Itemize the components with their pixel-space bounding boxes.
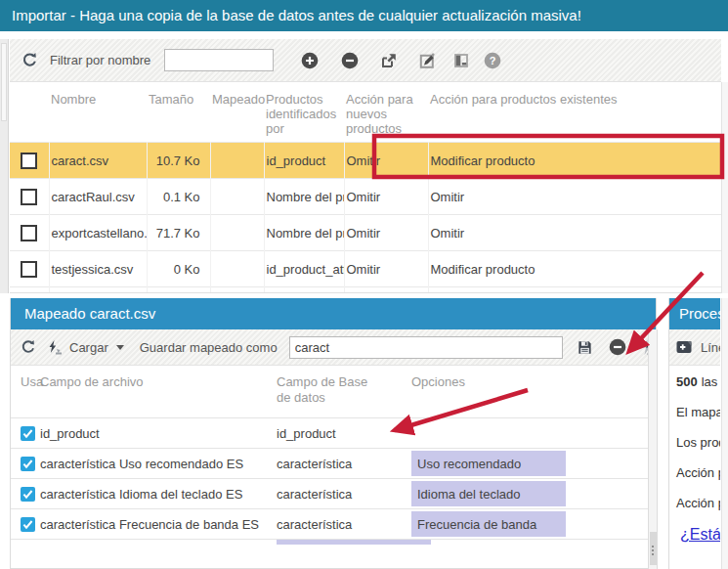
minus-circle-icon [341, 52, 359, 69]
option-input[interactable]: Frecuencia de banda [411, 511, 566, 537]
left-scrollbar-thumb[interactable] [1, 43, 7, 121]
refresh-button[interactable] [21, 52, 38, 68]
plus-circle-icon [301, 52, 319, 69]
process-message-line: Los produ [676, 435, 720, 453]
merge-button[interactable] [453, 53, 469, 68]
mapping-table-body: id_product id_product característica Uso… [11, 417, 656, 539]
add-line-button[interactable] [676, 340, 692, 354]
option-input-partial [277, 540, 431, 545]
existing-products-action-cell: Modificar producto [428, 251, 721, 287]
mapping-checkbox-checked[interactable] [21, 517, 35, 532]
load-label[interactable]: Cargar [69, 340, 108, 355]
file-name-cell: caract.csv [49, 143, 147, 179]
file-table-body: caract.csv 10.7 Ko id_product Omitir Mod… [10, 143, 721, 294]
new-products-action-cell: Omitir [344, 215, 428, 251]
mapping-refresh-button[interactable] [21, 339, 36, 355]
confirm-row: ¿Está [669, 526, 720, 544]
file-size-cell: 71.7 Ko [147, 215, 210, 251]
options-cell: Frecuencia de banda [411, 511, 656, 537]
file-name-cell: testjessica.csv [49, 251, 147, 287]
process-panel-scrollbar[interactable] [721, 298, 728, 569]
file-table-row[interactable]: caractRaul.csv 0.1 Ko Nombre del produ O… [10, 179, 721, 215]
file-size-cell: 0 Ko [147, 251, 210, 287]
export-button[interactable] [380, 52, 398, 69]
row-checkbox[interactable] [21, 153, 37, 169]
row-checkbox[interactable] [21, 189, 37, 205]
check-icon [21, 426, 35, 441]
identified-by-cell: Nombre del produ [264, 179, 344, 215]
file-table-row[interactable]: testjesma.csv 0.0 Ko Nombre del produ Cr… [10, 287, 721, 294]
file-field-cell: id_product [40, 426, 277, 441]
existing-products-action-cell: Modificar producto [428, 143, 721, 179]
save-mapping-as-label: Guardar mapeado como [140, 340, 278, 355]
select-cell [10, 287, 49, 294]
options-cell [411, 420, 656, 446]
delete-mapping-button[interactable] [609, 338, 626, 356]
column-header-mapeado: Mapeado [210, 82, 264, 143]
scrollbar-grip-dots [652, 546, 654, 557]
file-table-row[interactable]: testjessica.csv 0 Ko id_product_attribu … [10, 251, 721, 287]
load-mapping-button[interactable] [47, 340, 63, 355]
usa-cell [11, 456, 40, 471]
minus-circle-icon [609, 338, 626, 356]
check-icon [21, 517, 35, 532]
file-field-cell: característica Idioma del teclado ES [40, 487, 277, 502]
add-button[interactable] [301, 52, 319, 69]
process-messages: 500las lín El mapa " Los produ Acción pa… [669, 366, 720, 513]
chevron-down-icon[interactable] [116, 345, 124, 350]
new-products-action-cell: Crear nuevo produ [344, 287, 428, 294]
mapping-row[interactable]: característica Frecuencia de banda ES ca… [11, 508, 656, 539]
column-header-accion-nuevos: Acción para nuevos productos [344, 82, 428, 143]
split-window-icon [453, 53, 469, 68]
process-message-line: Acción pa [676, 465, 720, 483]
floppy-save-icon [577, 339, 593, 356]
usa-cell [11, 486, 40, 502]
save-mapping-button[interactable] [577, 339, 593, 356]
remove-button[interactable] [341, 52, 359, 69]
process-message-line: El mapa " [676, 405, 720, 422]
mapping-scrollbar[interactable] [648, 329, 658, 569]
check-icon [21, 457, 35, 471]
select-cell [10, 179, 49, 215]
file-table-scrollbar[interactable] [721, 82, 728, 293]
mapping-row[interactable]: característica Uso recomendado ES caract… [11, 448, 656, 478]
process-message-line: 500las lín [676, 374, 720, 392]
file-table-row[interactable]: exportcastellano.csv 71.7 Ko Nombre del … [10, 215, 721, 251]
left-scrollbar[interactable] [0, 39, 9, 293]
mapping-table-header: Usa Campo de archivo Campo de Base de da… [11, 366, 656, 417]
db-field-cell: característica [277, 487, 411, 502]
folder-plus-icon [676, 340, 692, 354]
new-products-action-cell: Omitir [344, 179, 428, 215]
refresh-icon [21, 339, 36, 355]
filter-label: Filtrar por nombre [50, 53, 150, 67]
file-table-header-row: Nombre Tamaño Mapeado Productos identifi… [10, 82, 721, 143]
mapping-checkbox-checked[interactable] [21, 457, 35, 471]
row-checkbox[interactable] [21, 261, 37, 278]
process-message-line: Acción pa [676, 496, 720, 513]
line-label: Línea [701, 340, 720, 355]
mapping-checkbox-checked[interactable] [21, 426, 35, 441]
file-browser-toolbar: Filtrar por nombre [10, 39, 721, 82]
process-panel-title: Procesa [669, 298, 720, 329]
option-input[interactable]: Idioma del teclado [411, 481, 566, 506]
column-header-opciones: Opciones [411, 374, 656, 417]
option-input[interactable]: Uso recomendado [411, 451, 566, 476]
mapped-cell [210, 251, 264, 287]
confirm-link[interactable]: ¿Está [680, 526, 720, 544]
mapping-row[interactable]: característica Idioma del teclado ES car… [11, 478, 656, 508]
edit-button[interactable] [418, 52, 436, 69]
mapping-name-input[interactable] [289, 336, 563, 359]
filter-input[interactable] [164, 49, 274, 71]
help-button[interactable]: ? [484, 52, 501, 69]
usa-cell [11, 425, 40, 441]
select-cell [10, 143, 49, 179]
column-header-campo-archivo: Campo de archivo [40, 374, 277, 417]
file-size-cell: 0.1 Ko [147, 179, 210, 215]
row-checkbox[interactable] [21, 225, 37, 241]
mapping-checkbox-checked[interactable] [21, 487, 35, 502]
mapped-cell [210, 143, 264, 179]
file-table-row[interactable]: caract.csv 10.7 Ko id_product Omitir Mod… [10, 143, 721, 179]
refresh-icon [21, 52, 38, 68]
mapping-panel: Mapeado caract.csv Cargar Guardar mapead… [10, 298, 657, 569]
mapping-row[interactable]: id_product id_product [11, 417, 656, 448]
